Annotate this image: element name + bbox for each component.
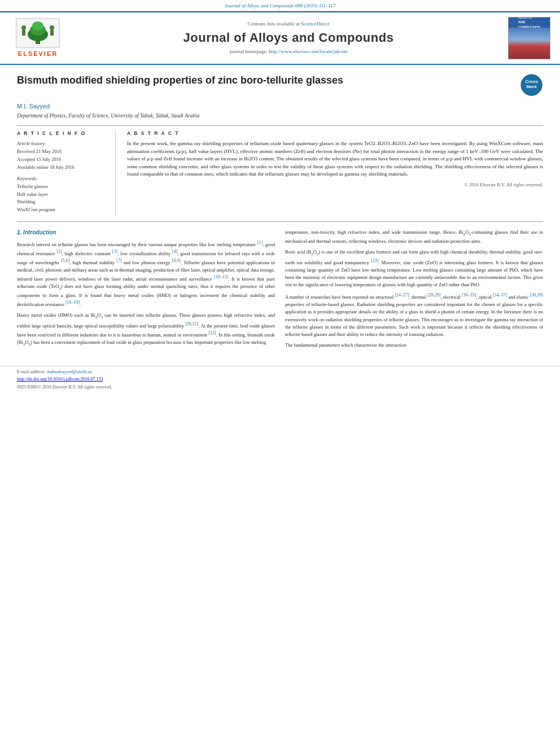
svg-rect-7 [22, 30, 25, 36]
journal-top-bar: Journal of Alloys and Compounds 688 (201… [0, 0, 560, 11]
elsevier-tree-icon [15, 18, 60, 49]
body-col-right: temperature, non-toxicity, high refracti… [285, 229, 543, 352]
article-info-title: A R T I C L E I N F O [17, 130, 110, 137]
copyright-line: © 2016 Elsevier B.V. All rights reserved… [127, 182, 543, 189]
svg-text:Cross: Cross [525, 79, 538, 84]
journal-title: Journal of Alloys and Compounds [75, 29, 502, 47]
journal-cover-title-bar: ALLOYSANDCOMPOUNDS [509, 18, 550, 28]
article-info-row: A R T I C L E I N F O Article history: R… [17, 125, 543, 215]
body-para-6: The fundamental parameters which charact… [285, 342, 543, 349]
body-para-1: Research interest on tellurite glasses h… [17, 239, 275, 308]
keyword-2: Half value layer [17, 191, 110, 198]
email-label: E-mail address: [17, 369, 46, 374]
footer-doi: http://dx.doi.org/10.1016/j.jallcom.2016… [17, 376, 543, 382]
available-online-date: Available online 18 July 2016 [17, 164, 110, 171]
footer-email: E-mail address: mahualsayyed@utedu.sa [17, 369, 543, 375]
main-content: Bismuth modified shielding properties of… [0, 65, 560, 362]
svg-rect-9 [50, 30, 54, 36]
paper-title: Bismuth modified shielding properties of… [17, 74, 504, 87]
svg-point-5 [32, 21, 43, 30]
journal-citation: Journal of Alloys and Compounds 688 (201… [225, 3, 336, 8]
header: ELSEVIER Contents lists available at Sci… [0, 11, 560, 65]
journal-mini-cover: ALLOYSANDCOMPOUNDS [508, 17, 550, 59]
homepage-link[interactable]: http://www.elsevier.com/locate/jalcom [269, 49, 347, 54]
elsevier-logo-area: ELSEVIER [7, 18, 69, 58]
paper-title-section: Bismuth modified shielding properties of… [17, 74, 543, 99]
body-col-left: 1. Introduction Research interest on tel… [17, 229, 275, 352]
footer: E-mail address: mahualsayyed@utedu.sa ht… [0, 366, 560, 390]
journal-mini-cover-area: ALLOYSANDCOMPOUNDS [508, 17, 553, 59]
accepted-date: Accepted 15 July 2016 [17, 156, 110, 163]
sciencedirect-link[interactable]: ScienceDirect [301, 21, 329, 27]
journal-homepage: journal homepage: http://www.elsevier.co… [75, 48, 502, 55]
crossmark-icon: Cross Mark [520, 74, 543, 97]
svg-point-6 [21, 25, 26, 30]
crossmark-area: Cross Mark [512, 74, 543, 99]
body-columns: 1. Introduction Research interest on tel… [17, 221, 543, 352]
footer-copyright: 0925-8388/© 2016 Elsevier B.V. All right… [17, 384, 543, 390]
email-link[interactable]: mahualsayyed@utedu.sa [47, 369, 92, 374]
author-affiliation: Department of Physics, Faculty of Scienc… [17, 112, 543, 120]
body-para-4: Boric acid (B2O3) is one of the excellen… [285, 248, 543, 289]
contents-line: Contents lists available at ScienceDirec… [75, 20, 502, 28]
section1-heading: 1. Introduction [17, 229, 275, 237]
article-info-col: A R T I C L E I N F O Article history: R… [17, 130, 116, 215]
history-label: Article history: [17, 141, 110, 147]
keyword-4: WinXCom program [17, 207, 110, 213]
body-para-5: A number of researches have been reporte… [285, 292, 543, 338]
header-center: Contents lists available at ScienceDirec… [75, 20, 502, 55]
body-para-2: Heavy metal oxides (HMO) such as Bi2O3 c… [17, 312, 275, 347]
body-para-3: temperature, non-toxicity, high refracti… [285, 229, 543, 245]
abstract-text: In the present work, the gamma ray shiel… [127, 140, 543, 178]
author-name: M.I. Sayyed [17, 102, 543, 111]
keyword-1: Tellurite glasses [17, 184, 110, 190]
svg-point-8 [50, 25, 54, 30]
abstract-col: A B S T R A C T In the present work, the… [127, 130, 543, 215]
elsevier-logo: ELSEVIER [7, 18, 69, 58]
keywords-section: Keywords: Tellurite glasses Half value l… [17, 176, 110, 213]
keyword-3: Shielding [17, 199, 110, 206]
received-date: Received 21 May 2016 [17, 148, 110, 155]
page: Journal of Alloys and Compounds 688 (201… [0, 0, 560, 747]
elsevier-wordmark: ELSEVIER [18, 50, 58, 58]
abstract-title: A B S T R A C T [127, 130, 543, 137]
doi-link[interactable]: http://dx.doi.org/10.1016/j.jallcom.2016… [17, 377, 103, 382]
svg-text:Mark: Mark [526, 84, 537, 89]
keywords-label: Keywords: [17, 176, 110, 182]
journal-cover-image [509, 28, 550, 59]
